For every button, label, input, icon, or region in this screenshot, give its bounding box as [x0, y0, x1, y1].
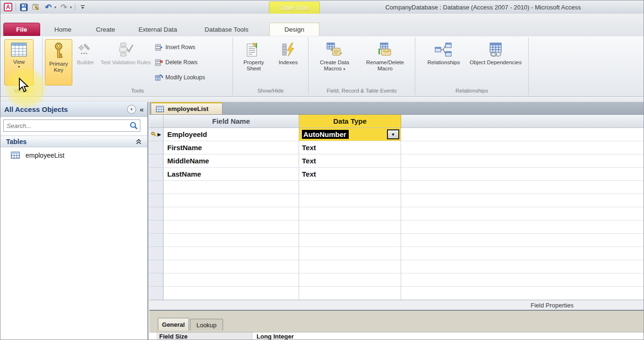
nav-group-tables[interactable]: Tables [0, 136, 147, 147]
column-header-description [401, 115, 644, 128]
test-validation-rules-button[interactable]: Test Validation Rules [98, 39, 153, 85]
nav-group-tables-label: Tables [6, 138, 136, 145]
navigation-menu-button[interactable]: ▾ [127, 105, 136, 114]
rename-delete-macro-button[interactable]: Rename/Delete Macro [359, 39, 412, 85]
field-properties-panel: General Lookup Field Size Long Integer [149, 311, 644, 340]
group-label-field-record-table-events: Field, Record & Table Events [309, 88, 415, 94]
tab-create[interactable]: Create [88, 23, 123, 36]
property-label[interactable]: Field Size [156, 332, 252, 340]
navigation-pane-header[interactable]: All Access Objects ▾ « [0, 102, 147, 117]
create-data-macros-button[interactable]: Create Data Macros ▾ [312, 39, 357, 85]
description-cell[interactable] [401, 141, 644, 154]
object-dependencies-button[interactable]: Object Dependencies [469, 39, 522, 85]
modify-lookups-icon [155, 74, 163, 81]
modify-lookups-button[interactable]: Modify Lookups [155, 71, 205, 84]
navigation-pane-title: All Access Objects [4, 105, 127, 113]
document-tab-employeelist[interactable]: employeeList [151, 102, 223, 115]
search-icon[interactable] [129, 121, 138, 130]
empty-field-row[interactable] [149, 221, 644, 234]
tab-database-tools[interactable]: Database Tools [197, 23, 256, 36]
empty-field-row[interactable] [149, 247, 644, 260]
customize-quick-access-button[interactable] [78, 2, 87, 12]
insert-rows-button[interactable]: Insert Rows [155, 41, 195, 53]
tab-file[interactable]: File [3, 23, 40, 36]
quick-access-toolbar: A ↶ ▾ [3, 2, 87, 12]
relationships-button[interactable]: Relationships [421, 39, 466, 85]
tab-lookup[interactable]: Lookup [190, 319, 223, 331]
ribbon-bottom-strip [0, 97, 644, 102]
qat-separator [75, 3, 75, 11]
data-type-cell-selected[interactable]: AutoNumber ▼ [299, 128, 401, 141]
data-type-cell[interactable]: Text [299, 168, 401, 181]
property-value[interactable]: Long Integer [252, 332, 644, 340]
relationships-icon [434, 42, 453, 57]
database-properties-button[interactable] [31, 2, 41, 12]
redo-dropdown-icon[interactable]: ▾ [70, 5, 72, 9]
redo-button[interactable]: ↷ [59, 2, 69, 12]
description-cell[interactable] [401, 168, 644, 181]
datasheet-view-icon [11, 42, 27, 57]
search-input[interactable] [4, 122, 129, 129]
navigation-search-box [3, 119, 140, 132]
undo-button[interactable]: ↶ [43, 2, 53, 12]
row-selector[interactable] [149, 141, 163, 154]
field-row-middlename: MiddleName Text [149, 154, 644, 168]
description-cell[interactable] [401, 154, 644, 168]
column-header-field-name[interactable]: Field Name [163, 115, 299, 128]
empty-field-row[interactable] [149, 207, 644, 221]
property-row-field-size: Field Size Long Integer [149, 332, 644, 340]
field-name-cell[interactable]: EmployeeId [163, 128, 299, 141]
nav-item-label: employeeList [26, 152, 65, 159]
group-label-relationships: Relationships [415, 88, 528, 94]
description-cell[interactable] [401, 128, 644, 141]
nav-item-employeelist[interactable]: employeeList [0, 149, 147, 162]
save-icon [20, 3, 28, 11]
shutter-bar-close-button[interactable]: « [140, 105, 144, 113]
save-button[interactable] [19, 2, 28, 12]
property-sheet-icon [246, 42, 261, 57]
field-name-cell[interactable]: FirstName [163, 141, 299, 154]
indexes-button[interactable]: Indexes [273, 39, 304, 85]
ribbon-group-views: View ▾ Views [0, 37, 43, 95]
collapse-group-icon[interactable] [136, 139, 142, 144]
empty-field-row[interactable] [149, 181, 644, 194]
window-title: CompanyDatabase : Database (Access 2007 … [322, 0, 644, 14]
builder-button[interactable]: Builder [73, 39, 98, 85]
data-type-cell[interactable]: Text [299, 141, 401, 154]
access-logo-icon[interactable]: A [3, 2, 13, 12]
row-selector[interactable] [149, 154, 163, 168]
column-header-data-type[interactable]: Data Type [299, 115, 401, 128]
primary-key-button[interactable]: Primary Key [45, 39, 72, 85]
group-label-show-hide: Show/Hide [233, 88, 308, 94]
data-type-cell[interactable]: Text [299, 154, 401, 168]
indexes-icon [281, 42, 295, 57]
empty-field-row[interactable] [149, 260, 644, 273]
data-type-dropdown-button[interactable]: ▼ [387, 129, 399, 139]
database-properties-icon [32, 3, 40, 11]
row-selector[interactable] [149, 168, 163, 181]
empty-field-row[interactable] [149, 287, 644, 300]
customize-qat-icon [80, 4, 86, 10]
undo-dropdown-icon[interactable]: ▾ [54, 5, 56, 9]
tab-design[interactable]: Design [269, 23, 319, 36]
view-dropdown-icon[interactable]: ▾ [18, 65, 20, 69]
property-sheet-button[interactable]: Property Sheet [238, 39, 270, 85]
tab-home[interactable]: Home [47, 23, 79, 36]
current-row-indicator-icon: ▶ [157, 132, 161, 137]
field-name-cell[interactable]: MiddleName [163, 154, 299, 168]
field-row-lastname: LastName Text [149, 168, 644, 181]
row-selector[interactable]: ▶ [149, 128, 163, 141]
tab-general[interactable]: General [158, 318, 189, 331]
design-grid-rows: ▶ EmployeeId AutoNumber ▼ FirstName Text… [149, 128, 644, 300]
table-icon [156, 106, 164, 112]
ribbon-group-field-record-table-events: Create Data Macros ▾ Rename/Delete Macro… [309, 37, 415, 95]
create-data-macros-dropdown-icon: ▾ [343, 67, 345, 71]
empty-field-row[interactable] [149, 273, 644, 287]
empty-field-row[interactable] [149, 234, 644, 247]
empty-field-row[interactable] [149, 194, 644, 207]
field-name-cell[interactable]: LastName [163, 168, 299, 181]
ribbon-tab-row: File Home Create External Data Database … [0, 14, 644, 36]
view-button[interactable]: View ▾ [4, 39, 34, 85]
delete-rows-button[interactable]: Delete Rows [155, 56, 197, 68]
tab-external-data[interactable]: External Data [131, 23, 185, 36]
